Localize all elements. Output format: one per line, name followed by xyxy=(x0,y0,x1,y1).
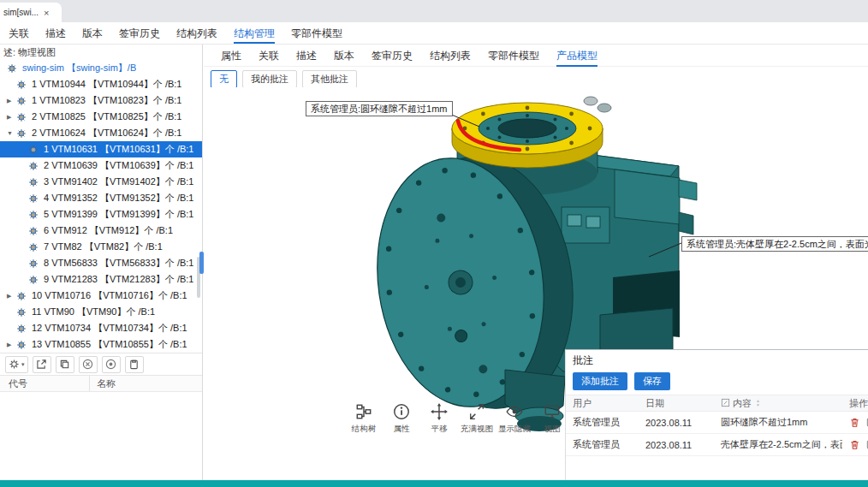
column-header-code: 代号 xyxy=(0,376,90,391)
tree-row[interactable]: 3 VTM91402 【VTM91402】个 /B:1 xyxy=(0,174,202,190)
component-icon xyxy=(16,324,29,334)
filter-button-2[interactable]: 我的批注 xyxy=(242,70,297,88)
eye-icon xyxy=(505,402,524,421)
tree-row[interactable]: 4 VTM91352 【VTM91352】个 /B:1 xyxy=(0,190,202,206)
tree-row[interactable]: 5 VTM91399 【VTM91399】个 /B:1 xyxy=(0,206,202,223)
tree-row[interactable]: 11 VTM90 【VTM90】个 /B:1 xyxy=(0,304,202,320)
panel-divider-handle[interactable] xyxy=(199,252,204,274)
chevron-right-icon[interactable]: ▶ xyxy=(7,98,16,104)
tree-row[interactable]: 7 VTM82 【VTM82】个 /B:1 xyxy=(0,239,202,255)
filter-button-1[interactable]: 无 xyxy=(211,70,237,88)
export-icon[interactable] xyxy=(33,356,51,373)
chevron-right-icon[interactable]: ▶ xyxy=(7,341,16,348)
gear-dropdown-icon[interactable]: ▾ xyxy=(5,356,28,373)
tree-row[interactable]: 2 VTM10639 【VTM10639】个 /B:1 xyxy=(0,157,202,174)
tree-row[interactable]: ▶2 VTM10825 【VTM10825】个 /B:1 xyxy=(0,109,202,125)
viewer-tool-label: 结构树 xyxy=(352,424,377,435)
viewer-tool-label: 视图 xyxy=(544,424,561,435)
tree-item-label: 1 VTM10823 【VTM10823】个 /B:1 xyxy=(32,94,181,107)
browser-tab-bar: sim[swi... × xyxy=(0,0,868,22)
viewer-tool-eye[interactable]: 显示隐藏 xyxy=(496,402,533,435)
annotation-actions xyxy=(842,439,868,450)
annotation-table-header: 用户 日期 内容 ▲▼ 操作 xyxy=(566,395,868,412)
annotation-user: 系统管理员 xyxy=(566,416,639,429)
component-icon xyxy=(16,340,29,350)
tab-close-icon[interactable]: × xyxy=(44,8,49,18)
tree-row[interactable]: ▶10 VTM10716 【VTM10716】个 /B:1 xyxy=(0,288,202,304)
tree-item-label: 2 VTM10624 【VTM10624】个 /B:1 xyxy=(32,127,181,140)
info-icon xyxy=(392,402,411,421)
tree-row[interactable]: ▶1 VTM10823 【VTM10823】个 /B:1 xyxy=(0,92,202,109)
component-icon xyxy=(28,161,41,171)
content-tab-1[interactable]: 属性 xyxy=(221,45,241,67)
annotation-panel-title: 批注 xyxy=(566,350,868,370)
menu-item-7[interactable]: 零部件模型 xyxy=(291,23,342,44)
tree-row[interactable]: ▼2 VTM10624 【VTM10624】个 /B:1 xyxy=(0,125,202,141)
sort-icons[interactable]: ▲▼ xyxy=(756,399,760,407)
tree-row[interactable]: 12 VTM10734 【VTM10734】个 /B:1 xyxy=(0,320,202,336)
tree-row[interactable]: 6 VTM912 【VTM912】个 /B:1 xyxy=(0,223,202,239)
header-date: 日期 xyxy=(639,397,714,410)
add-annotation-button[interactable]: 添加批注 xyxy=(573,372,627,390)
header-action: 操作 xyxy=(842,397,868,410)
sidebar-table-header: 代号 名称 xyxy=(0,376,202,392)
component-icon xyxy=(28,226,41,236)
scope-icon[interactable] xyxy=(102,356,121,373)
header-content-label: 内容 xyxy=(733,397,752,410)
browser-tab[interactable]: sim[swi... × xyxy=(0,3,62,22)
save-annotation-button[interactable]: 保存 xyxy=(634,372,670,390)
fit-icon xyxy=(467,402,486,421)
column-header-name: 名称 xyxy=(90,377,116,390)
annotation-callout: 系统管理员:壳体壁厚在2-2.5cm之间，表面光滑无磨痕 xyxy=(681,236,868,252)
component-icon xyxy=(28,145,41,155)
tree-row[interactable]: 1 VTM10944 【VTM10944】个 /B:1 xyxy=(0,76,202,92)
menu-item-4[interactable]: 签审历史 xyxy=(119,23,160,44)
viewer-tool-fit[interactable]: 充满视图 xyxy=(458,402,496,435)
content-tab-8[interactable]: 产品模型 xyxy=(556,45,597,67)
close-circle-icon[interactable] xyxy=(79,356,98,373)
component-icon xyxy=(28,177,41,187)
viewer-tool-info[interactable]: 属性 xyxy=(383,402,420,435)
content-tab-7[interactable]: 零部件模型 xyxy=(488,45,539,67)
content-tab-5[interactable]: 签审历史 xyxy=(372,45,413,67)
delete-icon[interactable] xyxy=(849,439,860,450)
tree-row[interactable]: 1 VTM10631 【VTM10631】个 /B:1 xyxy=(0,141,202,157)
menu-item-2[interactable]: 描述 xyxy=(45,23,66,44)
copy-icon[interactable] xyxy=(56,356,74,373)
tree-row[interactable]: ▶13 VTM10855 【VTM10855】个 /B:1 xyxy=(0,336,202,353)
tree-row[interactable]: swing-sim 【swing-sim】/B xyxy=(0,60,202,76)
menu-item-5[interactable]: 结构列表 xyxy=(176,23,217,44)
tree-row[interactable]: 8 VTM56833 【VTM56833】个 /B:1 xyxy=(0,255,202,271)
menu-item-1[interactable]: 关联 xyxy=(9,23,29,44)
sidebar-view-header: 述: 物理视图 xyxy=(0,45,202,60)
content-tab-2[interactable]: 关联 xyxy=(259,45,279,67)
header-content[interactable]: 内容 ▲▼ xyxy=(714,397,842,410)
chevron-right-icon[interactable]: ▶ xyxy=(7,114,16,121)
content-tab-4[interactable]: 版本 xyxy=(334,45,354,67)
component-icon xyxy=(28,275,41,285)
viewer-tool-label: 充满视图 xyxy=(461,424,493,435)
menu-item-6[interactable]: 结构管理 xyxy=(234,23,275,44)
annotation-content: 壳体壁厚在2-2.5cm之间，表面光滑无磨痕 xyxy=(714,438,842,451)
menu-item-3[interactable]: 版本 xyxy=(82,23,103,44)
component-icon xyxy=(16,128,29,139)
viewer-tool-move[interactable]: 平移 xyxy=(420,402,458,435)
component-icon xyxy=(28,210,41,220)
clipboard-icon[interactable] xyxy=(125,356,144,373)
tree-item-label: 2 VTM10639 【VTM10639】个 /B:1 xyxy=(44,159,193,172)
viewer-tool-tree[interactable]: 结构树 xyxy=(345,402,383,435)
content-tab-6[interactable]: 结构列表 xyxy=(430,45,471,67)
component-icon xyxy=(7,63,20,74)
content-tab-3[interactable]: 描述 xyxy=(296,45,317,67)
annotation-actions xyxy=(842,417,868,428)
delete-icon[interactable] xyxy=(849,417,860,428)
tree-item-label: 1 VTM10944 【VTM10944】个 /B:1 xyxy=(32,78,181,91)
tree-row[interactable]: 9 VTM21283 【VTM21283】个 /B:1 xyxy=(0,271,202,288)
chevron-down-icon[interactable]: ▼ xyxy=(7,130,16,136)
filter-button-3[interactable]: 其他批注 xyxy=(302,70,357,88)
component-icon xyxy=(28,193,41,204)
annotation-panel: 批注 添加批注 保存 用户 日期 内容 ▲▼ 操作 系统管理员2023.08.1… xyxy=(565,349,868,487)
chevron-right-icon[interactable]: ▶ xyxy=(7,293,16,300)
structure-tree: swing-sim 【swing-sim】/B1 VTM10944 【VTM10… xyxy=(0,60,202,353)
component-icon xyxy=(16,96,29,106)
